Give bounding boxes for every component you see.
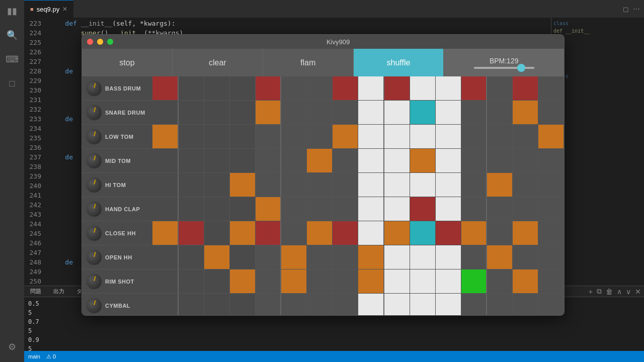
grid-cell[interactable] — [487, 245, 513, 269]
grid-cell[interactable] — [358, 221, 384, 245]
grid-cell[interactable] — [152, 221, 179, 245]
grid-cell[interactable] — [538, 125, 564, 148]
grid-cell[interactable] — [307, 76, 333, 100]
grid-cell[interactable] — [307, 149, 333, 172]
grid-cell[interactable] — [333, 245, 358, 269]
knob-cymbal[interactable] — [86, 298, 102, 314]
panel-chevron-down-icon[interactable]: ∨ — [626, 288, 631, 296]
grid-cell[interactable] — [513, 149, 538, 172]
grid-cell[interactable] — [513, 294, 538, 316]
grid-cell[interactable] — [461, 101, 488, 124]
grid-cell[interactable] — [513, 76, 538, 100]
grid-cell[interactable] — [538, 76, 564, 100]
grid-cell[interactable] — [204, 125, 230, 148]
grid-cell[interactable] — [538, 197, 564, 221]
grid-cell[interactable] — [256, 125, 282, 148]
grid-cell[interactable] — [410, 221, 436, 245]
grid-cell[interactable] — [256, 221, 282, 245]
grid-cell[interactable] — [410, 197, 436, 221]
traffic-light-minimize[interactable] — [97, 39, 103, 45]
grid-cell[interactable] — [152, 125, 179, 148]
clear-button[interactable]: clear — [173, 49, 263, 76]
grid-cell[interactable] — [256, 197, 282, 221]
grid-cell[interactable] — [538, 221, 564, 245]
grid-cell[interactable] — [204, 76, 230, 100]
panel-chevron-up-icon[interactable]: ∧ — [617, 288, 622, 296]
grid-cell[interactable] — [436, 101, 461, 124]
grid-cell[interactable] — [281, 245, 307, 269]
grid-cell[interactable] — [179, 197, 204, 221]
grid-cell[interactable] — [538, 294, 564, 316]
grid-cell[interactable] — [436, 125, 461, 148]
knob-close-hh[interactable] — [86, 225, 102, 241]
grid-cell[interactable] — [230, 125, 256, 148]
more-actions-icon[interactable]: ⋯ — [633, 5, 640, 13]
grid-cell[interactable] — [461, 197, 488, 221]
extensions-icon[interactable]: □ — [5, 76, 19, 90]
grid-cell[interactable] — [281, 149, 307, 172]
grid-cell[interactable] — [179, 294, 204, 316]
grid-cell[interactable] — [461, 149, 488, 172]
grid-cell[interactable] — [358, 197, 384, 221]
explorer-icon[interactable]: ▮▮ — [5, 4, 19, 18]
grid-cell[interactable] — [487, 76, 513, 100]
panel-tab-problems[interactable]: 問題 — [24, 286, 47, 297]
grid-cell[interactable] — [384, 149, 410, 172]
grid-cell[interactable] — [487, 149, 513, 172]
grid-cell[interactable] — [384, 245, 410, 269]
search-icon[interactable]: 🔍 — [5, 28, 19, 42]
knob-snare-drum[interactable] — [86, 105, 102, 121]
grid-cell[interactable] — [204, 269, 230, 293]
grid-cell[interactable] — [487, 221, 513, 245]
grid-cell[interactable] — [461, 245, 488, 269]
knob-hi-tom[interactable] — [86, 177, 102, 193]
grid-cell[interactable] — [333, 269, 358, 293]
grid-cell[interactable] — [436, 269, 461, 293]
grid-cell[interactable] — [358, 125, 384, 148]
grid-cell[interactable] — [384, 269, 410, 293]
grid-cell[interactable] — [410, 101, 436, 124]
grid-cell[interactable] — [179, 221, 204, 245]
grid-cell[interactable] — [307, 245, 333, 269]
grid-cell[interactable] — [281, 101, 307, 124]
grid-cell[interactable] — [333, 294, 358, 316]
knob-rim-shot[interactable] — [86, 274, 102, 290]
grid-cell[interactable] — [230, 101, 256, 124]
grid-cell[interactable] — [307, 269, 333, 293]
grid-cell[interactable] — [538, 101, 564, 124]
grid-cell[interactable] — [358, 149, 384, 172]
grid-cell[interactable] — [538, 245, 564, 269]
grid-cell[interactable] — [152, 149, 179, 172]
grid-cell[interactable] — [384, 173, 410, 197]
grid-cell[interactable] — [513, 101, 538, 124]
grid-cell[interactable] — [281, 125, 307, 148]
grid-cell[interactable] — [179, 149, 204, 172]
grid-cell[interactable] — [513, 269, 538, 293]
split-editor-icon[interactable]: ◻ — [623, 5, 629, 13]
knob-low-tom[interactable] — [86, 129, 102, 145]
grid-cell[interactable] — [513, 125, 538, 148]
grid-cell[interactable] — [152, 173, 179, 197]
grid-cell[interactable] — [513, 197, 538, 221]
grid-cell[interactable] — [436, 76, 461, 100]
grid-cell[interactable] — [152, 245, 179, 269]
grid-cell[interactable] — [487, 294, 513, 316]
grid-cell[interactable] — [307, 101, 333, 124]
panel-tab-output[interactable]: 出力 — [47, 286, 70, 297]
grid-cell[interactable] — [204, 197, 230, 221]
grid-cell[interactable] — [487, 125, 513, 148]
grid-cell[interactable] — [333, 125, 358, 148]
grid-cell[interactable] — [230, 221, 256, 245]
grid-cell[interactable] — [513, 245, 538, 269]
panel-split-icon[interactable]: ⧉ — [597, 287, 602, 296]
grid-cell[interactable] — [179, 76, 204, 100]
grid-cell[interactable] — [487, 269, 513, 293]
grid-cell[interactable] — [410, 269, 436, 293]
grid-cell[interactable] — [384, 221, 410, 245]
grid-cell[interactable] — [461, 221, 488, 245]
grid-cell[interactable] — [358, 294, 384, 316]
knob-mid-tom[interactable] — [86, 153, 102, 169]
grid-cell[interactable] — [333, 221, 358, 245]
grid-cell[interactable] — [230, 76, 256, 100]
grid-cell[interactable] — [307, 197, 333, 221]
